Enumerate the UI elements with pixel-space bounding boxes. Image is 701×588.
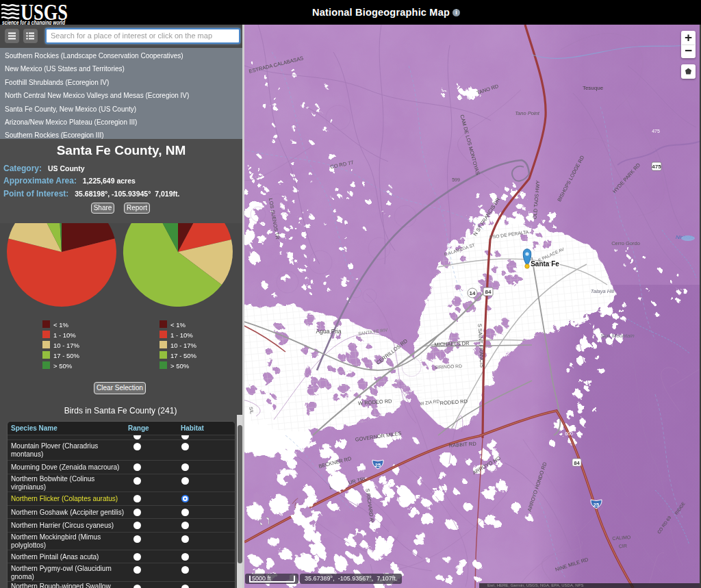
svg-text:Tesuque: Tesuque (583, 85, 604, 91)
svg-text:14: 14 (470, 290, 476, 296)
svg-text:Santa Fe: Santa Fe (531, 260, 559, 268)
svg-text:600: 600 (565, 431, 573, 436)
svg-text:Agua Fria: Agua Fria (316, 328, 342, 335)
svg-text:25: 25 (375, 462, 381, 468)
svg-text:Talaya Hill: Talaya Hill (591, 288, 615, 294)
svg-text:25: 25 (594, 502, 599, 508)
svg-text:Cerro Gordo: Cerro Gordo (611, 240, 640, 246)
svg-text:599: 599 (452, 177, 460, 182)
svg-text:475: 475 (652, 129, 660, 133)
svg-text:MICHAELS DR: MICHAELS DR (434, 340, 470, 348)
svg-text:84: 84 (574, 460, 580, 466)
svg-text:Tano Point: Tano Point (515, 110, 540, 116)
svg-text:CIR: CIR (619, 544, 628, 549)
svg-text:475: 475 (652, 164, 661, 170)
svg-text:84: 84 (485, 289, 492, 295)
svg-text:Sun Mountain: Sun Mountain (600, 333, 635, 339)
